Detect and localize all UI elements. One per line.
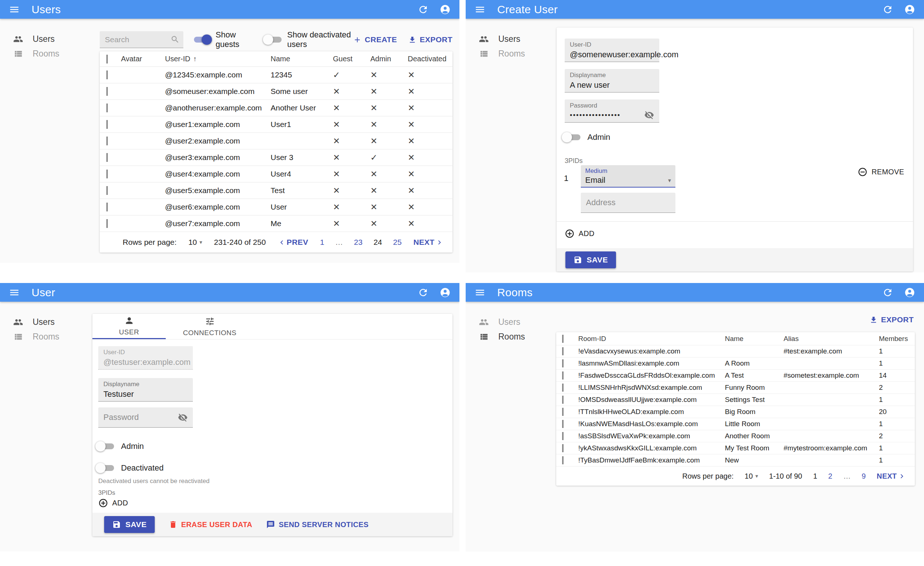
- export-button[interactable]: EXPORT: [869, 315, 914, 324]
- add-threepid-button[interactable]: ADD: [98, 498, 128, 508]
- table-row[interactable]: @anotheruser:example.com Another User ✕ …: [100, 100, 453, 116]
- row-checkbox[interactable]: [562, 347, 564, 355]
- tab-user[interactable]: USER: [92, 314, 166, 339]
- account-icon[interactable]: [440, 4, 451, 15]
- medium-select[interactable]: Medium Email ▾: [581, 165, 675, 188]
- table-row[interactable]: !OMSDsdweassllUUjjwe:example.com Setting…: [556, 394, 915, 406]
- page-number[interactable]: 2: [828, 472, 832, 480]
- sidebar-item-rooms[interactable]: Rooms: [479, 46, 560, 61]
- account-icon[interactable]: [440, 287, 451, 298]
- page-number[interactable]: 24: [374, 238, 382, 247]
- page-number[interactable]: 9: [862, 472, 866, 480]
- save-button[interactable]: SAVE: [566, 251, 616, 268]
- row-checkbox[interactable]: [106, 170, 108, 178]
- sidebar-item-users[interactable]: Users: [13, 32, 94, 46]
- table-row[interactable]: !KuasNWEMasdHasLOs:example.com Little Ro…: [556, 418, 915, 430]
- row-checkbox[interactable]: [562, 372, 564, 379]
- sidebar-item-rooms[interactable]: Rooms: [13, 329, 94, 344]
- row-checkbox[interactable]: [562, 396, 564, 404]
- select-all-checkbox[interactable]: [562, 335, 564, 343]
- table-row[interactable]: @user6:example.com User ✕ ✕ ✕: [100, 199, 453, 215]
- table-row[interactable]: @user5:example.com Test ✕ ✕ ✕: [100, 182, 453, 199]
- row-checkbox[interactable]: [106, 87, 108, 96]
- save-button[interactable]: SAVE: [104, 516, 155, 533]
- table-row[interactable]: @user7:example.com Me ✕ ✕ ✕: [100, 215, 453, 232]
- sidebar-item-users[interactable]: Users: [13, 315, 94, 329]
- address-field[interactable]: Address: [581, 193, 675, 213]
- table-row[interactable]: @user3:example.com User 3 ✕ ✓ ✕: [100, 149, 453, 166]
- displayname-field[interactable]: Displayname Testuser: [98, 378, 193, 402]
- sidebar-item-rooms[interactable]: Rooms: [479, 329, 560, 344]
- row-checkbox[interactable]: [562, 384, 564, 391]
- table-row[interactable]: !lasmnwASmDllasi:example.com A Room 1: [556, 358, 915, 370]
- menu-icon[interactable]: [474, 287, 486, 298]
- admin-toggle[interactable]: [562, 131, 583, 143]
- displayname-field[interactable]: Displayname A new user: [565, 69, 659, 92]
- table-row[interactable]: !TTnlslkHHweOLAD:example.com Big Room 20: [556, 406, 915, 418]
- password-field[interactable]: Password: [98, 408, 193, 428]
- table-row[interactable]: @user2:example.com ✕ ✕ ✕: [100, 133, 453, 149]
- account-icon[interactable]: [904, 4, 915, 15]
- row-checkbox[interactable]: [562, 359, 564, 367]
- table-row[interactable]: !LLIMSSNHrhRjsdWNXsd:example.com Funny R…: [556, 382, 915, 394]
- deactivated-toggle[interactable]: [95, 462, 117, 474]
- row-checkbox[interactable]: [106, 104, 108, 112]
- menu-icon[interactable]: [9, 4, 20, 15]
- next-page-button[interactable]: NEXT: [877, 472, 906, 480]
- visibility-off-icon[interactable]: [644, 110, 654, 120]
- page-number[interactable]: 25: [393, 238, 402, 247]
- table-row[interactable]: @user1:example.com User1 ✕ ✕ ✕: [100, 116, 453, 133]
- export-button[interactable]: EXPORT: [408, 35, 453, 44]
- row-checkbox[interactable]: [106, 186, 108, 195]
- row-checkbox[interactable]: [106, 137, 108, 145]
- row-checkbox[interactable]: [106, 203, 108, 211]
- table-row[interactable]: @someuser:example.com Some user ✕ ✕ ✕: [100, 83, 453, 100]
- search-input[interactable]: [105, 35, 171, 44]
- row-checkbox[interactable]: [106, 120, 108, 129]
- page-number[interactable]: 1: [320, 238, 324, 247]
- row-checkbox[interactable]: [562, 456, 564, 464]
- erase-user-data-button[interactable]: ERASE USER DATA: [169, 520, 252, 529]
- header-user-id[interactable]: User-ID ↑: [162, 55, 268, 63]
- password-field[interactable]: Password ••••••••••••••••: [565, 99, 659, 123]
- table-row[interactable]: !TyBasDmweIJdfFaeBmk:example.com New 1: [556, 455, 915, 467]
- show-guests-toggle[interactable]: [191, 33, 213, 46]
- table-row[interactable]: !FasdweDssccaGLdsFRddsOl:example.com A T…: [556, 370, 915, 382]
- show-deactivated-toggle[interactable]: [263, 33, 284, 46]
- user-id-field[interactable]: User-ID @somenewuser:example.com: [565, 39, 659, 62]
- row-checkbox[interactable]: [106, 219, 108, 228]
- send-server-notices-button[interactable]: SEND SERVER NOTICES: [266, 520, 369, 529]
- sidebar-item-users[interactable]: Users: [479, 315, 560, 329]
- rows-per-page-select[interactable]: 10 ▾: [189, 238, 202, 247]
- rows-per-page-select[interactable]: 10 ▾: [745, 472, 758, 480]
- row-checkbox[interactable]: [562, 432, 564, 440]
- account-icon[interactable]: [904, 287, 915, 298]
- page-number[interactable]: 1: [813, 472, 817, 480]
- page-number[interactable]: 23: [354, 238, 362, 247]
- menu-icon[interactable]: [474, 4, 486, 15]
- row-checkbox[interactable]: [562, 408, 564, 416]
- sidebar-item-users[interactable]: Users: [479, 32, 560, 46]
- admin-toggle[interactable]: [95, 440, 117, 453]
- tab-connections[interactable]: CONNECTIONS: [166, 314, 254, 339]
- sidebar-item-rooms[interactable]: Rooms: [13, 46, 94, 61]
- table-row[interactable]: !ykAStwxasdwsKkxGILL:example.com My Test…: [556, 442, 915, 455]
- select-all-checkbox[interactable]: [106, 55, 108, 63]
- refresh-icon[interactable]: [882, 287, 893, 298]
- table-row[interactable]: @12345:example.com 12345 ✓ ✕ ✕: [100, 67, 453, 83]
- refresh-icon[interactable]: [418, 287, 429, 298]
- menu-icon[interactable]: [9, 287, 20, 298]
- row-checkbox[interactable]: [106, 153, 108, 162]
- visibility-off-icon[interactable]: [178, 412, 188, 423]
- table-row[interactable]: @user4:example.com User4 ✕ ✕ ✕: [100, 166, 453, 182]
- create-button[interactable]: CREATE: [353, 35, 397, 44]
- prev-page-button[interactable]: PREV: [278, 238, 308, 247]
- table-row[interactable]: !asSBSlsdWEvaXwPk:example.com Another Ro…: [556, 430, 915, 442]
- table-row[interactable]: !eVasdacvxysewus:example.com #test:examp…: [556, 345, 915, 358]
- add-threepid-button[interactable]: ADD: [565, 229, 594, 239]
- row-checkbox[interactable]: [562, 420, 564, 428]
- refresh-icon[interactable]: [418, 4, 429, 15]
- row-checkbox[interactable]: [562, 444, 564, 452]
- row-checkbox[interactable]: [106, 71, 108, 79]
- next-page-button[interactable]: NEXT: [413, 238, 444, 247]
